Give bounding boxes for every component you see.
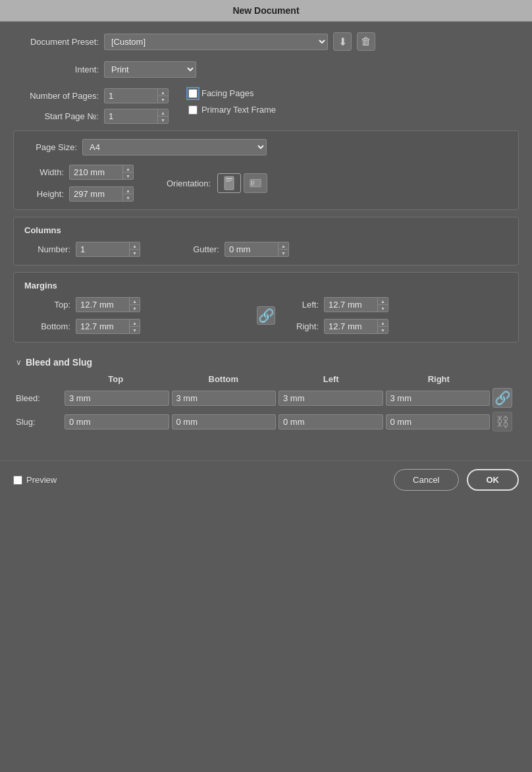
bleed-slug-header-row: Top Bottom Left Right [16,374,516,384]
bleed-left-input[interactable] [279,391,383,406]
margin-left-input[interactable] [325,298,377,312]
columns-number-row: Number: ▲ ▼ [24,242,140,257]
margin-right-up[interactable]: ▲ [378,319,388,327]
svg-rect-6 [253,180,253,186]
delete-preset-button[interactable]: 🗑 [357,32,375,51]
height-down[interactable]: ▼ [123,194,133,201]
gutter-input[interactable] [225,242,278,256]
bleed-slug-header: ∨ Bleed and Slug [16,357,516,368]
margin-bottom-down[interactable]: ▼ [130,327,140,333]
margin-top-down[interactable]: ▼ [130,305,140,312]
margin-right-label: Right: [286,321,319,331]
margin-bottom-row: Bottom: ▲ ▼ [24,319,246,334]
gutter-row: Gutter: ▲ ▼ [180,242,289,257]
height-input[interactable] [70,187,122,201]
width-orientation-row: Width: ▲ ▼ Height: [24,165,508,202]
slug-right-input[interactable] [386,414,491,429]
num-pages-input-wrap: ▲ ▼ [104,88,169,103]
margins-left-col: Top: ▲ ▼ Bottom: [24,297,246,334]
margin-left-label: Left: [286,300,319,310]
new-document-dialog: New Document Document Preset: [Custom] ⬇… [0,0,532,499]
dialog-title: New Document [232,5,299,16]
height-up[interactable]: ▲ [123,187,133,194]
margin-bottom-input[interactable] [76,319,129,333]
bleed-bottom-input[interactable] [172,391,277,406]
svg-rect-3 [226,181,230,182]
columns-up[interactable]: ▲ [130,242,140,250]
margin-left-spinners: ▲ ▼ [377,298,388,312]
intent-select[interactable]: Print Web Mobile [104,61,196,78]
margin-right-input[interactable] [325,319,377,333]
start-page-up[interactable]: ▲ [158,109,168,117]
height-label: Height: [24,189,64,199]
bleed-right-input[interactable] [386,391,491,406]
margin-left-wrap: ▲ ▼ [324,297,388,312]
landscape-button[interactable] [244,173,267,193]
portrait-button[interactable] [217,173,241,193]
preview-label[interactable]: Preview [26,475,57,485]
margins-right-col: Left: ▲ ▼ Right: [286,297,508,334]
columns-down[interactable]: ▼ [130,250,140,256]
columns-title: Columns [24,225,508,235]
primary-text-frame-label[interactable]: Primary Text Frame [201,105,276,115]
bleed-slug-collapse-arrow[interactable]: ∨ [16,358,22,367]
facing-pages-checkbox[interactable] [188,89,198,98]
start-page-input[interactable] [105,109,157,123]
slug-link-icon[interactable]: ⛓ [492,412,512,431]
margin-left-up[interactable]: ▲ [378,298,388,305]
width-down[interactable]: ▼ [123,173,133,179]
save-preset-button[interactable]: ⬇ [333,32,352,51]
page-size-section: Page Size: A4 A3 A5 Letter Legal Width: [13,130,519,210]
start-page-down[interactable]: ▼ [158,117,168,123]
gutter-label: Gutter: [180,244,219,254]
margin-left-down[interactable]: ▼ [378,305,388,312]
intent-row: Intent: Print Web Mobile [13,61,519,78]
slug-left-input[interactable] [279,414,383,429]
preview-checkbox[interactable] [13,476,22,485]
num-pages-input[interactable] [105,89,157,103]
width-up[interactable]: ▲ [123,165,133,173]
document-preset-select[interactable]: [Custom] [104,34,328,50]
margin-right-row: Right: ▲ ▼ [286,319,508,334]
columns-number-input[interactable] [76,242,129,256]
facing-pages-group: Facing Pages [188,88,276,98]
cancel-button[interactable]: Cancel [394,469,458,491]
height-spinners: ▲ ▼ [122,187,133,201]
bleed-link-icon[interactable]: 🔗 [492,388,512,408]
margin-top-up[interactable]: ▲ [130,298,140,305]
gutter-down[interactable]: ▼ [279,250,288,256]
slug-row: Slug: ⛓ [16,412,516,431]
bleed-top-input[interactable] [65,391,169,406]
pages-row: Number of Pages: ▲ ▼ Start Page №: [13,88,519,124]
start-page-spinners: ▲ ▼ [157,109,168,123]
bleed-label: Bleed: [16,393,62,403]
facing-pages-label[interactable]: Facing Pages [201,88,254,98]
num-pages-up[interactable]: ▲ [158,89,168,96]
columns-number-wrap: ▲ ▼ [76,242,140,257]
slug-bottom-input[interactable] [172,414,277,429]
start-page-label: Start Page №: [13,111,99,121]
num-pages-down[interactable]: ▼ [158,96,168,103]
orientation-area: Orientation: [167,173,267,193]
svg-rect-5 [252,180,253,186]
margin-top-wrap: ▲ ▼ [76,297,140,312]
slug-top-input[interactable] [65,414,169,429]
width-label: Width: [24,167,64,177]
bleed-slug-section: ∨ Bleed and Slug Top Bottom Left Right B… [13,349,519,443]
orientation-buttons [217,173,267,193]
action-buttons: Cancel OK [394,469,519,491]
margin-link-icon[interactable]: 🔗 [257,306,275,325]
width-input[interactable] [70,165,122,179]
page-size-select[interactable]: A4 A3 A5 Letter Legal [82,139,267,155]
ok-button[interactable]: OK [467,469,519,491]
primary-text-frame-checkbox[interactable] [188,105,198,115]
margin-top-input[interactable] [76,298,129,312]
gutter-up[interactable]: ▲ [279,242,288,250]
margin-bottom-up[interactable]: ▲ [130,319,140,327]
margin-right-spinners: ▲ ▼ [377,319,388,333]
margin-bottom-wrap: ▲ ▼ [76,319,140,334]
margins-top-row: Top: ▲ ▼ Bottom: [24,297,508,334]
margin-right-down[interactable]: ▼ [378,327,388,333]
col-top-header: Top [62,374,170,384]
page-size-row: Page Size: A4 A3 A5 Letter Legal [24,139,508,155]
